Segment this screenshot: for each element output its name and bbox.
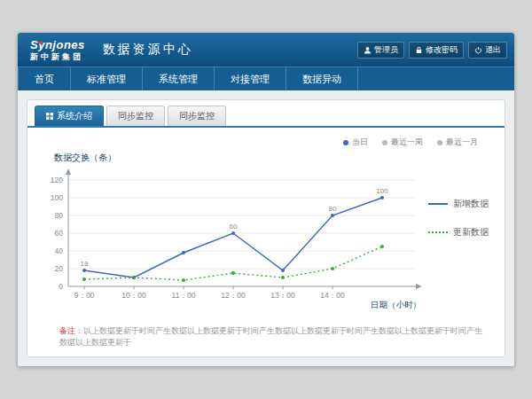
filter-label: 当日 xyxy=(352,137,368,148)
filter-label: 最近一月 xyxy=(446,137,478,148)
nav-item-home[interactable]: 首页 xyxy=(18,67,71,91)
change-password-label: 修改密码 xyxy=(426,44,458,56)
legend-item-new-data: 新增数据 xyxy=(428,198,499,210)
tab-system-intro[interactable]: 系统介绍 xyxy=(35,106,104,126)
line-sample-update-data xyxy=(428,231,448,233)
svg-text:60: 60 xyxy=(55,229,64,238)
filter-dot-last-week xyxy=(382,140,387,145)
nav-item-connection-management[interactable]: 对接管理 xyxy=(215,67,286,91)
legend-item-update-data: 更新数据 xyxy=(428,226,499,239)
filter-label: 最近一周 xyxy=(391,137,423,148)
svg-text:60: 60 xyxy=(230,223,238,231)
svg-text:20: 20 xyxy=(55,264,64,273)
svg-text:100: 100 xyxy=(51,193,63,202)
logout-button[interactable]: 退出 xyxy=(468,42,507,59)
footnote-label: 备注： xyxy=(59,326,83,335)
brand-logo: Synjones 新中新集团 xyxy=(25,39,90,61)
period-filter-legend: 当日 最近一周 最近一月 xyxy=(27,128,505,148)
app-window: Synjones 新中新集团 数据资源中心 管理员 修改密码 xyxy=(18,33,514,366)
series-name: 更新数据 xyxy=(453,226,489,239)
change-password-button[interactable]: 修改密码 xyxy=(409,42,464,59)
svg-text:120: 120 xyxy=(51,176,63,184)
user-icon xyxy=(364,46,372,54)
nav-item-system-management[interactable]: 系统管理 xyxy=(143,67,215,91)
header-actions: 管理员 修改密码 退出 xyxy=(357,42,507,59)
nav-item-standard-management[interactable]: 标准管理 xyxy=(71,67,143,91)
logo-accent-dot xyxy=(39,41,43,44)
logo-text: Synjones xyxy=(30,39,85,51)
svg-text:100: 100 xyxy=(376,187,388,195)
tab-sync-monitor-2[interactable]: 同步监控 xyxy=(168,106,226,126)
series-name: 新增数据 xyxy=(453,198,489,210)
logo-subtext: 新中新集团 xyxy=(30,53,85,61)
app-header: Synjones 新中新集团 数据资源中心 管理员 修改密码 xyxy=(18,33,514,66)
grid-icon xyxy=(46,112,53,121)
logout-label: 退出 xyxy=(485,44,501,56)
main-panel: 系统介绍 同步监控 同步监控 当日 最近一周 xyxy=(27,99,505,357)
series-legend: 新增数据 更新数据 xyxy=(428,166,499,313)
svg-text:80: 80 xyxy=(55,211,64,220)
tab-label: 同步监控 xyxy=(118,110,153,122)
svg-text:11：00: 11：00 xyxy=(172,291,196,300)
filter-last-week[interactable]: 最近一周 xyxy=(382,137,423,148)
svg-text:18: 18 xyxy=(81,260,89,268)
svg-text:14：00: 14：00 xyxy=(320,291,345,300)
svg-text:40: 40 xyxy=(55,246,64,255)
svg-text:9：00: 9：00 xyxy=(74,291,95,300)
footnote-text: 以上数据更新于时间产生数据以上数据更新于时间产生数据以上数据更新于时间产生数据以… xyxy=(59,326,482,347)
tab-bar: 系统介绍 同步监控 同步监控 xyxy=(27,100,505,128)
main-navigation: 首页 标准管理 系统管理 对接管理 数据异动 xyxy=(18,66,514,91)
admin-user-button[interactable]: 管理员 xyxy=(357,42,404,59)
lock-icon xyxy=(415,46,423,54)
content-area: 系统介绍 同步监控 同步监控 当日 最近一周 xyxy=(18,90,514,366)
desktop-background: { "window": { "brand": { "logo_main": "S… xyxy=(0,0,532,399)
line-sample-new-data xyxy=(428,203,448,205)
svg-text:10：00: 10：00 xyxy=(121,291,146,300)
chart-row: 0204060801001209：0010：0011：0012：0013：001… xyxy=(27,164,505,313)
power-icon xyxy=(474,46,482,54)
tab-label: 系统介绍 xyxy=(57,110,92,122)
svg-text:12：00: 12：00 xyxy=(221,291,246,300)
svg-text:13：00: 13：00 xyxy=(270,291,295,300)
page-title: 数据资源中心 xyxy=(103,42,193,58)
filter-today[interactable]: 当日 xyxy=(343,137,368,148)
y-axis-title: 数据交换（条） xyxy=(54,152,505,164)
footnote: 备注：以上数据更新于时间产生数据以上数据更新于时间产生数据以上数据更新于时间产生… xyxy=(59,325,505,348)
svg-text:0: 0 xyxy=(59,282,63,291)
filter-dot-last-month xyxy=(437,140,442,145)
line-chart: 0204060801001209：0010：0011：0012：0013：001… xyxy=(33,166,428,313)
admin-user-label: 管理员 xyxy=(374,44,398,56)
tab-sync-monitor-1[interactable]: 同步监控 xyxy=(106,106,165,126)
filter-last-month[interactable]: 最近一月 xyxy=(437,137,478,148)
tab-label: 同步监控 xyxy=(179,110,215,122)
svg-text:80: 80 xyxy=(329,205,337,213)
filter-dot-today xyxy=(343,140,348,145)
svg-text:日期（小时）: 日期（小时） xyxy=(371,300,421,309)
nav-item-data-changes[interactable]: 数据异动 xyxy=(286,67,358,91)
